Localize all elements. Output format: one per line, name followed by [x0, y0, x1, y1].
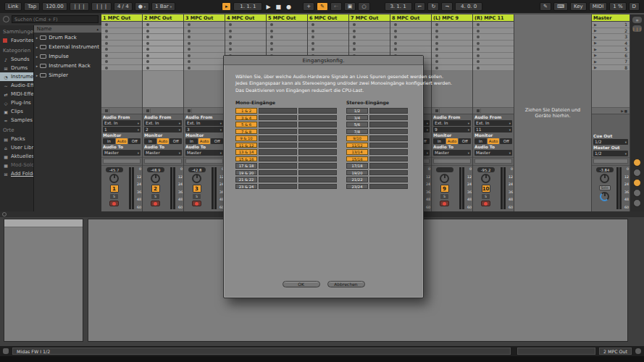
monitor-off-button[interactable]: Off: [211, 138, 223, 144]
clip-slot[interactable]: [432, 22, 472, 28]
clip-slot[interactable]: [473, 41, 514, 47]
clip-stop-button[interactable]: [143, 107, 183, 114]
clip-stop-button[interactable]: [473, 107, 514, 114]
scene-row[interactable]: ▶ 2: [592, 28, 630, 35]
volume-value[interactable]: -45.7: [106, 167, 123, 172]
input-name-field[interactable]: [259, 163, 297, 169]
clip-stop-button[interactable]: [184, 107, 225, 114]
mono-input-toggle[interactable]: 15 & 16: [235, 156, 257, 162]
stereo-input-toggle[interactable]: 19/20: [346, 170, 368, 176]
solo-button[interactable]: S: [110, 194, 118, 199]
clip-slot[interactable]: [143, 41, 183, 47]
track-header[interactable]: (L) MPC 9: [432, 14, 472, 22]
monitor-auto-button[interactable]: Auto: [198, 138, 211, 144]
volume-value[interactable]: -42.8: [188, 167, 206, 172]
clip-slot[interactable]: [184, 41, 225, 47]
clip-slot[interactable]: [267, 28, 307, 35]
clip-slot[interactable]: [432, 41, 472, 47]
session-view-toggle-button[interactable]: ≡: [632, 17, 642, 23]
clip-slot[interactable]: [473, 53, 514, 59]
stop-all-clips-button[interactable]: ▶■: [592, 107, 630, 114]
input-name-field[interactable]: [298, 149, 337, 155]
stereo-input-toggle[interactable]: 9/10: [346, 135, 368, 141]
re-enable-automation-button[interactable]: ⇠: [330, 2, 342, 11]
arrangement-position-field[interactable]: 1. 1. 1: [233, 2, 262, 11]
mono-input-toggle[interactable]: 21 & 22: [235, 177, 257, 182]
track-header[interactable]: 5 MPC Out: [267, 14, 307, 22]
scene-play-icon[interactable]: ▶: [594, 41, 597, 45]
cue-volume-knob[interactable]: [600, 192, 609, 201]
track-header[interactable]: 1 MPC Out: [101, 14, 142, 22]
clip-slot[interactable]: [432, 53, 472, 59]
input-name-field[interactable]: [369, 156, 408, 162]
sidebar-item-current-project[interactable]: ▦Aktuelles Projek: [0, 152, 33, 161]
input-name-field[interactable]: [298, 129, 337, 135]
punch-out-button[interactable]: ¬: [441, 2, 453, 11]
mono-input-toggle[interactable]: 19 & 20: [235, 170, 257, 176]
list-item-external-instrument[interactable]: ▸External Instrument: [34, 42, 101, 51]
clip-slot[interactable]: [143, 53, 183, 59]
clip-slot[interactable]: [432, 59, 472, 65]
list-item-drum-rack[interactable]: ▸Drum Rack: [34, 33, 101, 42]
scene-row[interactable]: ▶ 1: [592, 22, 630, 28]
volume-value[interactable]: [436, 167, 453, 172]
mono-input-toggle[interactable]: 7 & 8: [235, 129, 257, 135]
clip-slot[interactable]: [267, 22, 307, 28]
scene-row[interactable]: ▶ 6: [592, 53, 630, 59]
stereo-input-toggle[interactable]: 11/12: [346, 143, 368, 148]
track-activator-button[interactable]: 2: [151, 185, 160, 193]
monitor-in-button[interactable]: In: [144, 138, 156, 144]
sidebar-item-packs[interactable]: ▤Packs: [0, 135, 33, 143]
master-volume-value[interactable]: -3.84: [596, 167, 614, 172]
clip-slot[interactable]: [101, 41, 142, 47]
clip-slot[interactable]: [184, 28, 225, 35]
track-header[interactable]: 7 MPC Out: [349, 14, 390, 22]
output-select[interactable]: Master▾: [144, 150, 182, 156]
output-select[interactable]: Master▾: [103, 150, 141, 156]
scene-row[interactable]: ▶ 3: [592, 34, 630, 41]
input-channel-select[interactable]: 11▾: [474, 127, 512, 132]
arm-record-button[interactable]: [440, 201, 449, 206]
input-channel-select[interactable]: 3▾: [185, 127, 223, 132]
clip-slot[interactable]: [184, 22, 225, 28]
input-name-field[interactable]: [298, 177, 337, 182]
mono-input-toggle[interactable]: 1 & 2: [235, 108, 257, 114]
pan-knob[interactable]: [109, 174, 119, 183]
input-name-field[interactable]: [259, 115, 297, 121]
input-type-select[interactable]: Ext. In▾: [474, 120, 512, 126]
clip-slot[interactable]: [143, 65, 183, 72]
sidebar-item-instruments[interactable]: ◔Instrumente: [0, 72, 33, 81]
clip-slot[interactable]: [143, 34, 183, 41]
master-pan-knob[interactable]: [600, 174, 609, 183]
track-header[interactable]: 8 MPC Out: [390, 14, 431, 22]
track-header[interactable]: 2 MPC Out: [143, 14, 183, 22]
clip-slot[interactable]: [225, 46, 266, 53]
input-name-field[interactable]: [298, 156, 337, 162]
clip-slot[interactable]: [101, 59, 142, 65]
sidebar-item-sounds[interactable]: ♪Sounds: [0, 55, 33, 64]
scene-row[interactable]: ▶ 8: [592, 65, 630, 72]
track-header[interactable]: (R) MPC 11: [473, 14, 514, 22]
input-name-field[interactable]: [259, 129, 297, 135]
arm-record-button[interactable]: [151, 201, 160, 206]
clip-slot[interactable]: [308, 34, 348, 41]
input-name-field[interactable]: [369, 184, 408, 190]
loop-length-field[interactable]: 4. 0. 0: [455, 2, 482, 11]
input-name-field[interactable]: [369, 135, 408, 141]
track-delay-toggle-button[interactable]: [633, 189, 641, 197]
stop-button[interactable]: ■: [275, 4, 283, 10]
nudge-down-button[interactable]: ❘❘❘: [70, 2, 90, 11]
monitor-in-button[interactable]: In: [185, 138, 198, 144]
clip-slot[interactable]: [432, 28, 472, 35]
clip-slot[interactable]: [308, 22, 348, 28]
scene-row[interactable]: ▶ 7: [592, 59, 630, 65]
computer-midi-keyboard-button[interactable]: ⌨: [553, 2, 568, 11]
stereo-input-toggle[interactable]: 13/14: [346, 149, 368, 155]
mono-input-toggle[interactable]: 23 & 24: [235, 184, 257, 190]
monitor-off-button[interactable]: Off: [170, 138, 182, 144]
monitor-auto-button[interactable]: Auto: [488, 138, 500, 144]
scene-play-icon[interactable]: ▶: [594, 22, 597, 27]
clip-stop-button[interactable]: [101, 107, 142, 114]
mixer-toggle-button[interactable]: [633, 179, 641, 187]
clip-slot[interactable]: [225, 34, 266, 41]
